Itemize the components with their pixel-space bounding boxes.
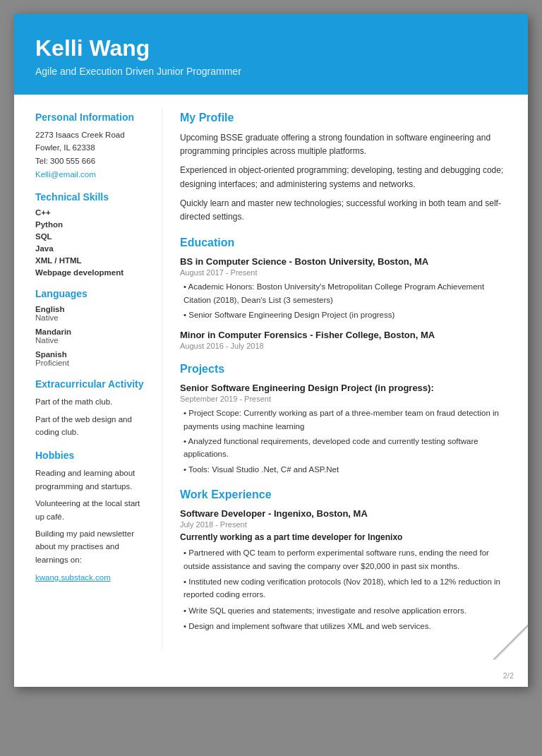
education-entry: Minor in Computer Forensics - Fisher Col… [180,330,510,350]
project-title: Senior Software Engineering Design Proje… [180,383,510,393]
edu-date: August 2016 - July 2018 [180,342,510,350]
project-bullet: • Analyzed functional requirements, deve… [180,435,510,461]
work-title: Software Developer - Ingenixo, Boston, M… [180,508,510,519]
language-level: Proficient [35,359,147,367]
profile-paragraphs: Upcoming BSSE graduate offering a strong… [180,131,510,224]
hobbies-heading: Hobbies [35,450,147,461]
language-level: Native [35,313,147,322]
extracurricular-list: Part of the math club.Part of the web de… [35,395,147,438]
address-line1: 2273 Isaacs Creek Road [35,128,147,141]
language-block: MandarinNative [35,328,147,344]
edu-degree: Minor in Computer Forensics - Fisher Col… [180,330,510,340]
profile-paragraph: Quickly learn and master new technologie… [180,197,510,224]
languages-list: EnglishNativeMandarinNativeSpanishProfic… [35,305,147,367]
email-link[interactable]: Kelli@email.com [35,170,96,179]
work-bullet: • Partnered with QC team to perform expe… [180,546,510,572]
language-level: Native [35,336,147,344]
extracurricular-heading: Extracurricular Activity [35,378,147,390]
skill-item: Python [35,220,147,229]
work-bullet: • Write SQL queries and statements; inve… [180,604,510,617]
work-date: July 2018 - Present [180,520,510,529]
work-bullet: • Instituted new coding verification pro… [180,575,510,601]
skill-item: Webpage development [35,268,147,277]
edu-bullet: • Senior Software Engineering Design Pro… [180,308,510,321]
education-entries: BS in Computer Science - Boston Universi… [180,256,510,350]
resume-page: Kelli Wang Agile and Execution Driven Ju… [14,14,528,687]
personal-info-heading: Personal Information [35,112,147,123]
profile-paragraph: Experienced in object-oriented programmi… [180,164,510,191]
hobby-item: Volunteering at the local start up café. [35,497,147,523]
address-line2: Fowler, IL 62338 [35,141,147,154]
project-date: September 2019 - Present [180,395,510,403]
hobby-item: Building my paid newsletter about my pra… [35,527,147,566]
edu-bullet: • Academic Honors: Boston University's M… [180,280,510,306]
hobbies-link[interactable]: kwang.substack.com [35,573,111,582]
project-entry: Senior Software Engineering Design Proje… [180,383,510,476]
work-experience-heading: Work Experience [180,488,510,501]
work-bullet: • Design and implement software that uti… [180,620,510,632]
candidate-title: Agile and Execution Driven Junior Progra… [35,66,507,77]
language-block: SpanishProficient [35,350,147,367]
project-bullet: • Project Scope: Currently working as pa… [180,407,510,433]
right-column: My Profile Upcoming BSSE graduate offeri… [162,109,528,650]
content-area: Personal Information 2273 Isaacs Creek R… [14,95,528,664]
language-name: Mandarin [35,328,147,336]
candidate-name: Kelli Wang [35,35,507,61]
header-section: Kelli Wang Agile and Execution Driven Ju… [14,14,528,95]
tel: Tel: 300 555 666 [35,155,147,167]
extracurricular-item: Part of the math club. [35,395,147,408]
left-column: Personal Information 2273 Isaacs Creek R… [14,109,162,650]
skill-item: Java [35,244,147,253]
project-bullet: • Tools: Visual Studio .Net, C# and ASP.… [180,463,510,476]
skill-item: C++ [35,208,147,217]
page-number: 2/2 [14,664,528,687]
edu-degree: BS in Computer Science - Boston Universi… [180,256,510,267]
work-entry: Software Developer - Ingenixo, Boston, M… [180,508,510,632]
skills-list: C++PythonSQLJavaXML / HTMLWebpage develo… [35,208,147,277]
profile-paragraph: Upcoming BSSE graduate offering a strong… [180,131,510,158]
technical-skills-heading: Technical Skills [35,191,147,203]
language-name: Spanish [35,350,147,359]
edu-date: August 2017 - Present [180,268,510,277]
skill-item: XML / HTML [35,256,147,265]
hobbies-list: Reading and learning about programming a… [35,467,147,566]
projects-heading: Projects [180,363,510,376]
hobby-item: Reading and learning about programming a… [35,467,147,493]
education-entry: BS in Computer Science - Boston Universi… [180,256,510,321]
work-entries: Software Developer - Ingenixo, Boston, M… [180,508,510,632]
profile-heading: My Profile [180,112,510,124]
education-heading: Education [180,236,510,249]
language-name: English [35,305,147,313]
skill-item: SQL [35,232,147,241]
projects-entries: Senior Software Engineering Design Proje… [180,383,510,476]
languages-heading: Languages [35,288,147,299]
language-block: EnglishNative [35,305,147,322]
work-subtitle: Currently working as a part time develop… [180,532,510,542]
extracurricular-item: Part of the web design and coding club. [35,413,147,439]
